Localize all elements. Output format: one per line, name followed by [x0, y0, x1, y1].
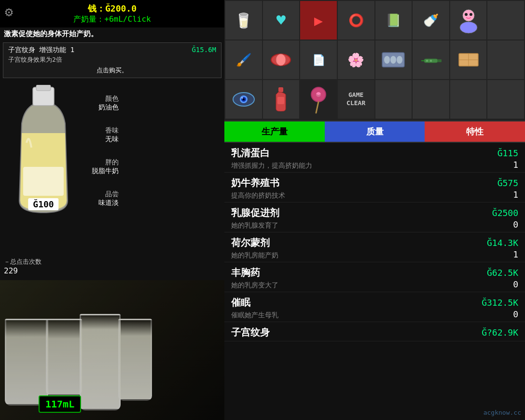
game-clear-text: GAMECLEAR — [346, 91, 365, 108]
item-desc-2: 她的乳腺发育了 — [231, 221, 278, 230]
bottle-container[interactable]: Ğ100 — [5, 85, 82, 220]
svg-point-3 — [463, 10, 474, 21]
grid-cell-heart[interactable]: ♥ — [263, 1, 300, 40]
list-item-2[interactable]: 乳腺促进剂 Ğ2500 她的乳腺发育了 0 — [224, 203, 525, 232]
item-name-5: 催眠 — [231, 296, 250, 309]
list-item-1[interactable]: 奶牛养殖书 Ğ575 提高你的挤奶技术 1 — [224, 173, 525, 203]
svg-point-25 — [241, 97, 243, 99]
svg-point-4 — [460, 22, 477, 33]
click-number: 229 — [4, 266, 41, 275]
svg-rect-2 — [23, 167, 64, 196]
production-text: 产奶量：+6mL/Click — [73, 14, 151, 25]
item-grid: 🥛 ♥ ▶ ⭕ 📗 🍼 🖌️ — [224, 0, 525, 122]
list-item-3[interactable]: 荷尔蒙剂 Ğ14.3K 她的乳房能产奶 1 — [224, 232, 525, 262]
svg-point-10 — [384, 56, 390, 64]
grid-cell-flower[interactable]: 🌸 — [338, 41, 374, 79]
item-name-1: 奶牛养殖书 — [231, 176, 279, 190]
svg-line-30 — [316, 102, 318, 113]
list-item-0[interactable]: 乳清蛋白 Ğ115 增强抓握力，提高挤奶能力 1 — [224, 143, 525, 173]
upgrade-buy[interactable]: 点击购买。 — [8, 66, 216, 75]
settings-icon[interactable]: ⚙ — [5, 4, 24, 23]
grid-cell-brick[interactable] — [450, 41, 487, 79]
pill-red-icon — [270, 49, 291, 70]
svg-rect-17 — [430, 60, 432, 62]
grid-cell-eye[interactable] — [225, 80, 262, 119]
click-count-area: －总点击次数 229 — [4, 257, 41, 275]
attr-taste: 品尝 味道淡 — [92, 190, 119, 207]
brick-icon — [458, 52, 479, 68]
tab-quality[interactable]: 质量 — [325, 122, 425, 142]
bottle-attrs: 颜色 奶油色 香味 无味 胖的 脱脂牛奶 品尝 味道淡 — [92, 85, 119, 207]
grid-cell-empty6[interactable] — [487, 80, 524, 119]
grid-cell-play[interactable]: ▶ — [300, 1, 337, 40]
item-desc-row-0: 增强抓握力，提高挤奶能力 1 — [231, 160, 518, 170]
grid-cell-empty2[interactable] — [487, 41, 524, 79]
svg-point-12 — [397, 56, 402, 64]
item-name-row-0: 乳清蛋白 Ğ115 — [231, 147, 518, 160]
item-desc-row-5: 催眠她产生母乳 0 — [231, 309, 518, 320]
svg-point-29 — [316, 92, 321, 97]
grid-cell-red-bottle[interactable] — [263, 80, 300, 119]
grid-cell-anime[interactable] — [450, 1, 487, 40]
grid-cell-book[interactable]: 📗 — [375, 1, 412, 40]
tab-quality-label: 质量 — [366, 126, 384, 137]
grid-cell-empty5[interactable] — [450, 80, 487, 119]
svg-rect-16 — [426, 60, 428, 62]
grid-cell-empty1[interactable] — [487, 1, 524, 40]
item-price-2: Ğ2500 — [492, 208, 518, 218]
attr-scent: 香味 无味 — [92, 126, 119, 144]
svg-rect-14 — [438, 59, 442, 62]
item-price-4: Ğ62.5K — [487, 268, 518, 278]
item-desc-row-1: 提高你的挤奶技术 1 — [231, 190, 518, 200]
item-price-3: Ğ14.3K — [487, 238, 518, 248]
stimulus-text: 激素促使她的身体开始产奶。 — [0, 27, 224, 41]
grid-cell-syringe[interactable] — [413, 41, 449, 79]
grid-cell-blister[interactable] — [375, 41, 412, 79]
tab-production[interactable]: 生产量 — [224, 122, 325, 142]
grid-cell-empty3[interactable] — [375, 80, 412, 119]
grid-cell-paper[interactable]: 📄 — [300, 41, 337, 79]
svg-point-5 — [465, 13, 468, 16]
attr-color: 颜色 奶油色 — [92, 95, 119, 112]
item-desc-3: 她的乳房能产奶 — [231, 251, 278, 260]
svg-point-8 — [276, 54, 286, 66]
item-count-2: 0 — [513, 219, 518, 230]
grid-cell-rings[interactable]: ⭕ — [338, 1, 374, 40]
grid-cell-pill-red[interactable] — [263, 41, 300, 79]
attr-color-value: 奶油色 — [98, 103, 119, 112]
upgrade-tooltip[interactable]: 子宫纹身 增强功能 1 Ğ15.6M 子宫纹身效果为2倍 点击购买。 — [3, 42, 221, 78]
upgrade-title-text: 子宫纹身 增强功能 1 — [8, 46, 74, 54]
grid-cell-bottle[interactable]: 🍼 — [413, 1, 449, 40]
item-price-6: Ğ?62.9K — [482, 327, 518, 338]
list-item-6[interactable]: 子宫纹身 Ğ?62.9K — [224, 322, 525, 341]
grid-cell-lollipop[interactable] — [300, 80, 337, 119]
ml-display: 117mL — [39, 395, 81, 413]
item-name-row-3: 荷尔蒙剂 Ğ14.3K — [231, 236, 518, 249]
eye-icon — [232, 90, 256, 109]
attr-fat-label: 胖的 — [105, 158, 119, 167]
item-desc-row-2: 她的乳腺发育了 0 — [231, 219, 518, 230]
grid-cell-tube[interactable]: 🖌️ — [225, 41, 262, 79]
money-text: 钱：Ğ200.0 — [73, 3, 151, 14]
upgrade-desc: 子宫纹身效果为2倍 — [8, 55, 216, 64]
photo-overlay — [0, 280, 224, 420]
list-item-5[interactable]: 催眠 Ğ312.5K 催眠她产生母乳 0 — [224, 292, 525, 322]
grid-cell-empty4[interactable] — [413, 80, 449, 119]
attr-fat-value: 脱脂牛奶 — [92, 167, 119, 176]
item-count-3: 1 — [513, 249, 518, 259]
header: ⚙ 钱：Ğ200.0 产奶量：+6mL/Click — [0, 0, 224, 27]
syringe-icon — [420, 49, 442, 70]
grid-cell-milk[interactable]: 🥛 — [225, 1, 262, 40]
attr-taste-value: 味道淡 — [98, 199, 119, 207]
item-name-3: 荷尔蒙剂 — [231, 236, 270, 249]
item-name-row-1: 奶牛养殖书 Ğ575 — [231, 176, 518, 190]
svg-rect-27 — [277, 97, 284, 104]
attr-color-label: 颜色 — [105, 95, 119, 103]
item-desc-row-3: 她的乳房能产奶 1 — [231, 249, 518, 260]
tab-traits[interactable]: 特性 — [425, 122, 525, 142]
bottom-photo: 117mL — [0, 280, 224, 420]
grid-cell-game-clear[interactable]: GAMECLEAR — [338, 80, 374, 119]
list-item-4[interactable]: 丰胸药 Ğ62.5K 她的乳房变大了 0 — [224, 262, 525, 292]
item-name-row-6: 子宫纹身 Ğ?62.9K — [231, 326, 518, 339]
lollipop-icon — [306, 85, 331, 114]
